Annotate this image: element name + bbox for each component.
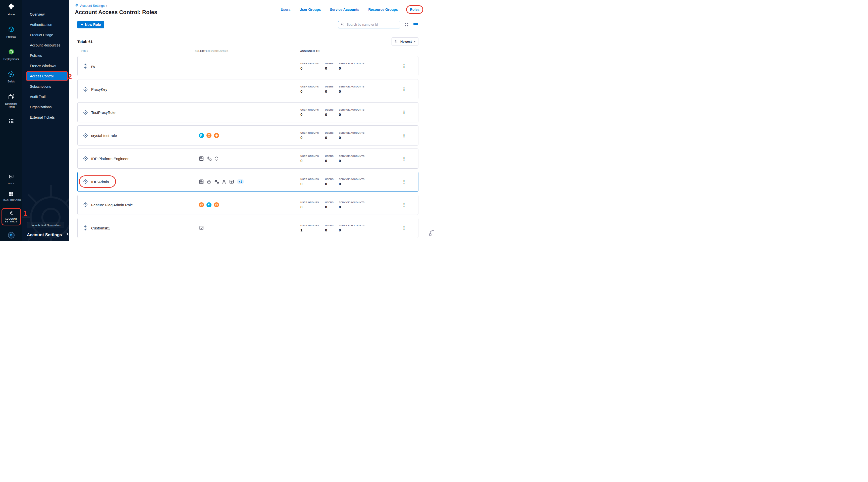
feature-flags-badge-icon [206, 202, 212, 208]
service-accounts-label: SERVICE ACCOUNTS [339, 85, 388, 88]
users-count: 0 [325, 89, 339, 93]
service-accounts-count: 0 [339, 182, 388, 186]
help-chat-icon [8, 174, 14, 181]
user-groups-label: USER GROUPS [300, 62, 325, 65]
rail-item-account-settings[interactable]: ACCOUNT SETTINGS [1, 208, 21, 225]
sidebar-footer: Launch First Generation Account Settings [27, 222, 69, 238]
service-accounts-count: 0 [339, 135, 388, 140]
sidebar-item-overview[interactable]: Overview [27, 10, 67, 19]
role-name[interactable]: TestProxyRole [91, 110, 116, 115]
settings-sidebar: OverviewAuthenticationProduct UsageAccou… [22, 0, 69, 241]
row-menu-button[interactable]: ⋮ [398, 64, 408, 69]
sidebar-item-organizations[interactable]: Organizations [27, 103, 67, 111]
role-name[interactable]: Feature Flag Admin Role [91, 203, 133, 207]
column-header-selected-resources: SELECTED RESOURCES [191, 50, 297, 53]
rail-label: Projects [6, 35, 16, 38]
user-groups-count: 0 [300, 89, 325, 93]
rail-item-help[interactable]: HELP [8, 174, 14, 185]
launch-first-generation-button[interactable]: Launch First Generation [27, 222, 64, 228]
row-menu-button[interactable]: ⋮ [398, 156, 408, 161]
support-icon[interactable] [429, 229, 434, 239]
rail-item-builds[interactable]: Builds [7, 71, 15, 83]
rail-item-home[interactable]: Home [7, 3, 15, 16]
sidebar-item-audit-trail[interactable]: Audit Trail [27, 92, 67, 101]
chevron-down-icon: ▾ [414, 40, 415, 43]
user-groups-label: USER GROUPS [300, 155, 325, 157]
role-name[interactable]: crystal-test-role [91, 133, 117, 138]
role-row[interactable]: Feature Flag Admin Role USER GROUPS0 USE… [78, 195, 418, 215]
access-control-tabs: UsersUser GroupsService AccountsResource… [281, 6, 423, 13]
grid-view-button[interactable] [404, 22, 409, 27]
rail-item-deployments[interactable]: Deployments [3, 48, 19, 61]
service-accounts-label: SERVICE ACCOUNTS [339, 155, 388, 157]
breadcrumb-account-settings-link[interactable]: Account Settings [80, 4, 105, 7]
sidebar-item-policies[interactable]: Policies [27, 51, 67, 60]
role-selected-resources [192, 133, 297, 138]
users-label: USERS [325, 62, 339, 65]
sidebar-item-access-control[interactable]: Access Control [27, 72, 67, 81]
user-avatar[interactable]: D [8, 232, 14, 239]
role-row[interactable]: crystal-test-role USER GROUPS0 USERS0 SE… [78, 125, 418, 146]
row-menu-button[interactable]: ⋮ [398, 133, 408, 138]
users-label: USERS [325, 108, 339, 111]
service-accounts-count: 0 [339, 112, 388, 117]
plugins-icon [206, 156, 212, 161]
row-menu-button[interactable]: ⋮ [398, 202, 408, 208]
role-row[interactable]: ProxyKey USER GROUPS0 USERS0 SERVICE ACC… [78, 79, 418, 99]
rail-item-module-grid[interactable] [8, 118, 14, 125]
role-name[interactable]: IDP Platform Engineer [91, 156, 129, 161]
role-row[interactable]: IDP Platform Engineer USER GROUPS0 USERS… [78, 149, 418, 169]
users-label: USERS [325, 201, 339, 204]
sidebar-item-account-resources[interactable]: Account Resources [27, 41, 67, 50]
sidebar-item-authentication[interactable]: Authentication [27, 20, 67, 29]
tab-resource-groups[interactable]: Resource Groups [368, 6, 398, 13]
row-menu-button[interactable]: ⋮ [398, 179, 408, 184]
user-groups-count: 0 [300, 135, 325, 140]
rail-item-dashboards[interactable]: DASHBOARDS [3, 191, 19, 202]
sort-dropdown[interactable]: Newest ▾ [392, 37, 418, 46]
role-name[interactable]: Customsk1 [91, 226, 110, 230]
list-view-button[interactable] [413, 22, 418, 27]
service-accounts-count: 0 [339, 158, 388, 163]
sidebar-item-product-usage[interactable]: Product Usage [27, 31, 67, 39]
new-role-button[interactable]: + New Role [78, 21, 104, 28]
role-row[interactable]: IDP Admin +1 USER GROUPS0 USERS0 SERVICE… [78, 172, 418, 192]
role-row[interactable]: TestProxyRole USER GROUPS0 USERS0 SERVIC… [78, 102, 418, 122]
user-groups-count: 0 [300, 158, 325, 163]
role-crosshair-icon [82, 202, 88, 208]
role-name[interactable]: ProxyKey [91, 87, 107, 91]
role-row[interactable]: rw USER GROUPS0 USERS0 SERVICE ACCOUNTS0… [78, 56, 418, 76]
sidebar-item-external-tickets[interactable]: External Tickets [27, 113, 67, 122]
rail-item-projects[interactable]: Projects [6, 26, 16, 38]
rail-item-developer-portal[interactable]: Developer Portal [3, 93, 19, 108]
tab-users[interactable]: Users [281, 6, 290, 13]
role-selected-resources [192, 156, 297, 161]
user-groups-label: USER GROUPS [300, 178, 325, 180]
role-name[interactable]: IDP Admin [91, 180, 109, 184]
sidebar-item-freeze-windows[interactable]: Freeze Windows [27, 62, 67, 70]
column-header-role: ROLE [78, 50, 191, 53]
page-header: Account Settings › Account Access Contro… [69, 0, 434, 16]
sidebar-item-subscriptions[interactable]: Subscriptions [27, 82, 67, 91]
sort-dropdown-label: Newest [400, 40, 412, 43]
collapse-sidebar-arrow-icon[interactable] [67, 233, 68, 236]
role-assigned-stats: USER GROUPS0 USERS0 SERVICE ACCOUNTS0 [297, 155, 388, 163]
environments-badge-icon [206, 133, 212, 138]
row-menu-button[interactable]: ⋮ [398, 110, 408, 115]
role-name[interactable]: rw [91, 64, 95, 68]
tab-service-accounts[interactable]: Service Accounts [330, 6, 359, 13]
row-menu-button[interactable]: ⋮ [398, 87, 408, 92]
tab-user-groups[interactable]: User Groups [300, 6, 321, 13]
layout-icon [199, 179, 204, 184]
role-selected-resources [192, 202, 297, 208]
role-row[interactable]: Customsk1 USER GROUPS1 USERS0 SERVICE AC… [78, 218, 418, 238]
tab-roles[interactable]: Roles [407, 6, 423, 13]
layout-icon [199, 156, 204, 161]
search-input[interactable] [346, 22, 398, 27]
service-accounts-count: 0 [339, 89, 388, 93]
service-accounts-label: SERVICE ACCOUNTS [339, 201, 388, 204]
deployments-icon [8, 48, 15, 56]
more-resources-badge[interactable]: +1 [237, 179, 244, 184]
row-menu-button[interactable]: ⋮ [398, 225, 408, 231]
role-rows: rw USER GROUPS0 USERS0 SERVICE ACCOUNTS0… [78, 56, 418, 238]
